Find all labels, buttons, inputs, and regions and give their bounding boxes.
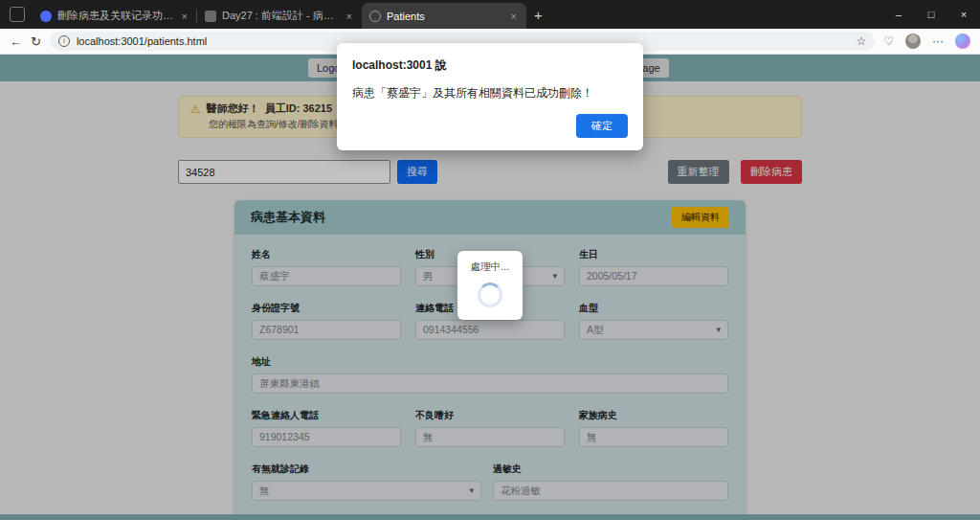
alert-confirm-button[interactable]: 確定 [576,114,628,138]
browser-tab-2[interactable]: Day27 : 前端設計 - 病患病歷資訊 × [197,3,362,29]
maximize-window-button[interactable]: □ [915,0,947,29]
close-tab-icon[interactable]: × [180,11,189,22]
new-tab-button[interactable]: + [526,7,552,29]
window-controls: – □ × [882,0,980,29]
tab-title: Patients [387,11,503,22]
browser-titlebar: 刪除病患及关联记录功能实现 - D × Day27 : 前端設計 - 病患病歷資… [0,0,980,29]
browser-window: 刪除病患及关联记录功能实现 - D × Day27 : 前端設計 - 病患病歷資… [0,0,980,520]
site-info-icon[interactable]: i [58,35,70,47]
browser-tab-patients-active[interactable]: Patients × [362,3,526,29]
tab-title: Day27 : 前端設計 - 病患病歷資訊 [222,9,339,23]
deepseek-favicon-icon [40,11,52,22]
ithome-favicon-icon [205,11,216,22]
loading-modal: 處理中... [457,251,523,320]
loading-text: 處理中... [457,260,523,274]
settings-menu-icon[interactable]: ··· [932,34,944,48]
alert-title: localhost:3001 說 [352,57,628,74]
tab-title: 刪除病患及关联记录功能实现 - D [57,9,174,23]
copilot-icon[interactable] [955,34,970,49]
refresh-icon[interactable]: ↻ [31,34,41,49]
loading-spinner-icon [478,283,502,307]
profile-avatar[interactable] [905,34,921,49]
tab-actions-icon[interactable] [10,7,25,22]
close-tab-icon[interactable]: × [345,11,354,22]
close-tab-icon[interactable]: × [509,11,519,22]
browser-alert-dialog: localhost:3001 說 病患「蔡盛宇」及其所有相關資料已成功刪除！ 確… [337,43,643,150]
alert-message: 病患「蔡盛宇」及其所有相關資料已成功刪除！ [352,85,628,102]
toolbar-right-icons: ♡ ··· [883,34,970,49]
minimize-window-button[interactable]: – [882,0,915,29]
globe-favicon-icon [369,11,381,22]
favorite-star-icon[interactable]: ☆ [856,34,866,48]
browser-essentials-icon[interactable]: ♡ [883,34,894,48]
tab-strip: 刪除病患及关联记录功能实现 - D × Day27 : 前端設計 - 病患病歷資… [33,0,882,29]
browser-tab-1[interactable]: 刪除病患及关联记录功能实现 - D × [33,3,197,29]
back-icon[interactable]: ← [10,34,22,49]
close-window-button[interactable]: × [947,0,980,29]
